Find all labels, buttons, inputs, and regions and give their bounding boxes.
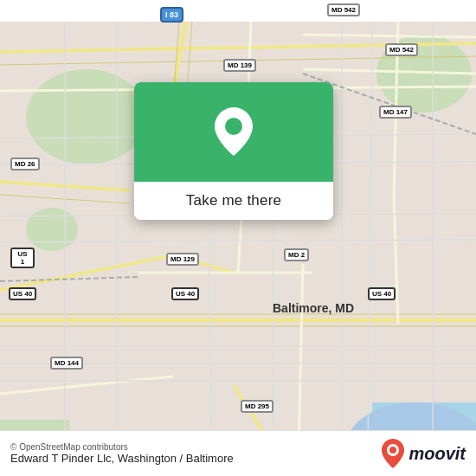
road-badge-md542-top: MD 542 <box>327 3 360 16</box>
road-badge-md129: MD 129 <box>166 253 199 266</box>
take-me-there-button[interactable]: Take me there <box>186 192 281 209</box>
road-badge-md295: MD 295 <box>241 400 273 413</box>
popup-button-area[interactable]: Take me there <box>134 182 333 220</box>
moovit-logo[interactable]: moovit <box>381 438 466 469</box>
road-badge-md144: MD 144 <box>50 357 83 370</box>
place-name: Edward T Pinder Llc, Washington / Baltim… <box>10 452 234 465</box>
road-badge-us1: US 1 <box>10 248 35 268</box>
road-badge-md542-right: MD 542 <box>385 43 418 56</box>
road-badge-md26: MD 26 <box>10 158 40 170</box>
bottom-left: © OpenStreetMap contributors Edward T Pi… <box>10 442 234 465</box>
road-badge-md147: MD 147 <box>379 106 412 119</box>
svg-point-3 <box>26 208 78 251</box>
popup-green-area <box>134 82 333 182</box>
svg-point-49 <box>389 447 396 453</box>
popup-card: Take me there <box>134 82 333 220</box>
road-badge-i83: I 83 <box>160 7 183 23</box>
svg-point-1 <box>26 69 147 164</box>
moovit-pin-icon <box>381 438 405 469</box>
map-container: I 83 MD 542 MD 26 MD 139 MD 542 MD 147 U… <box>0 0 476 476</box>
attribution: © OpenStreetMap contributors <box>10 442 234 452</box>
road-badge-us40-mid: US 40 <box>171 287 199 300</box>
svg-point-47 <box>225 118 242 135</box>
road-badge-us40-right: US 40 <box>368 287 396 300</box>
city-label: Baltimore, MD <box>273 301 354 315</box>
location-pin-icon <box>211 106 256 159</box>
road-badge-us40-left: US 40 <box>9 287 36 300</box>
road-badge-md139: MD 139 <box>223 59 256 72</box>
bottom-bar: © OpenStreetMap contributors Edward T Pi… <box>0 430 476 476</box>
road-badge-md2: MD 2 <box>284 248 309 261</box>
moovit-brand-text: moovit <box>408 444 466 464</box>
